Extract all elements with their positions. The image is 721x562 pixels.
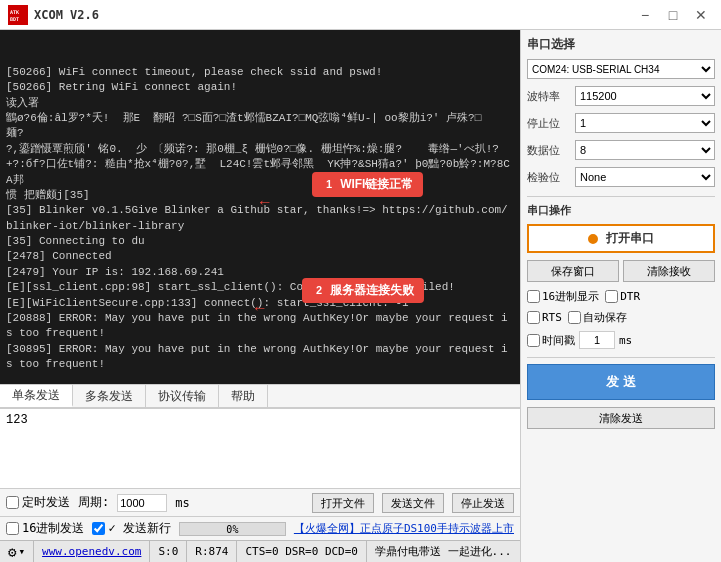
clear-send-button[interactable]: 清除发送: [527, 407, 715, 429]
hex-display-label: 16进制显示: [527, 289, 599, 304]
cts-segment: CTS=0 DSR=0 DCD=0: [237, 541, 367, 562]
dtr-label: DTR: [605, 290, 640, 303]
minimize-button[interactable]: −: [633, 5, 657, 25]
baud-select[interactable]: 9600192003840057600115200230400: [575, 86, 715, 106]
title-bar: ATK BDT XCOM V2.6 − □ ✕: [0, 0, 721, 30]
save-window-button[interactable]: 保存窗口: [527, 260, 619, 282]
period-label: 周期:: [78, 494, 109, 511]
console-area[interactable]: [50266] WiFi connect timeout, please che…: [0, 30, 520, 384]
timestamp-checkbox[interactable]: [527, 334, 540, 347]
timestamp-row: 时间戳 ms: [527, 331, 715, 349]
maximize-button[interactable]: □: [661, 5, 685, 25]
data-row: 数据位 5678: [527, 140, 715, 160]
s0-text: S:0: [158, 545, 178, 558]
bottom-controls-1: 定时发送 周期: ms 打开文件 发送文件 停止发送: [0, 488, 520, 516]
rts-label: RTS: [527, 311, 562, 324]
data-select[interactable]: 5678: [575, 140, 715, 160]
autosave-checkbox[interactable]: [568, 311, 581, 324]
app-logo: ATK BDT: [8, 5, 28, 25]
baud-row: 波特率 9600192003840057600115200230400: [527, 86, 715, 106]
send-input[interactable]: [0, 409, 520, 488]
ms-label: ms: [175, 496, 189, 510]
time-value-input[interactable]: [579, 331, 615, 349]
gear-segment: ⚙ ▾: [0, 541, 34, 562]
website-link[interactable]: www.openedv.com: [42, 545, 141, 558]
website-segment: www.openedv.com: [34, 541, 150, 562]
window-controls: − □ ✕: [633, 5, 713, 25]
tab-multi[interactable]: 多条发送: [73, 385, 146, 407]
divider-2: [527, 357, 715, 358]
rts-autosave-row: RTS 自动保存: [527, 310, 715, 325]
close-button[interactable]: ✕: [689, 5, 713, 25]
save-clear-row: 保存窗口 清除接收: [527, 260, 715, 282]
stop-select[interactable]: 11.52: [575, 113, 715, 133]
dtr-checkbox[interactable]: [605, 290, 618, 303]
divider-1: [527, 196, 715, 197]
port-select[interactable]: COM24: USB-SERIAL CH34: [527, 59, 715, 79]
r874-segment: R:874: [187, 541, 237, 562]
hex-dtr-row: 16进制显示 DTR: [527, 289, 715, 304]
send-file-button[interactable]: 发送文件: [382, 493, 444, 513]
svg-rect-0: [8, 5, 28, 25]
timed-send-checkbox[interactable]: [6, 496, 19, 509]
time-text: 学鼎付电带送 一起进化...: [375, 544, 512, 559]
input-area: [0, 408, 520, 488]
r874-text: R:874: [195, 545, 228, 558]
tab-help[interactable]: 帮助: [219, 385, 268, 407]
cts-text: CTS=0 DSR=0 DCD=0: [245, 545, 358, 558]
radio-dot-icon: [588, 234, 598, 244]
hex-send-checkbox[interactable]: [6, 522, 19, 535]
bottom-controls-2: 16进制发送 ✓ 发送新行 0% 【火爆全网】正点原子DS100手持示波器上市: [0, 516, 520, 540]
left-panel: [50266] WiFi connect timeout, please che…: [0, 30, 521, 562]
parity-row: 检验位 NoneOddEven: [527, 167, 715, 187]
send-button[interactable]: 发 送: [527, 364, 715, 400]
tabs-bar: 单条发送多条发送协议传输帮助: [0, 384, 520, 408]
hex-display-checkbox[interactable]: [527, 290, 540, 303]
stop-send-button[interactable]: 停止发送: [452, 493, 514, 513]
parity-select[interactable]: NoneOddEven: [575, 167, 715, 187]
s0-segment: S:0: [150, 541, 187, 562]
main-container: [50266] WiFi connect timeout, please che…: [0, 30, 721, 562]
time-segment: 学鼎付电带送 一起进化...: [367, 541, 520, 562]
rts-checkbox[interactable]: [527, 311, 540, 324]
svg-text:BDT: BDT: [10, 16, 19, 22]
period-input[interactable]: [117, 494, 167, 512]
open-port-button[interactable]: 打开串口: [527, 224, 715, 253]
autosave-label: 自动保存: [568, 310, 627, 325]
progress-text: 0%: [226, 523, 238, 537]
app-title: XCOM V2.6: [34, 8, 633, 22]
stop-row: 停止位 11.52: [527, 113, 715, 133]
annotation-bubble-ann1: 1WIFI链接正常: [312, 172, 423, 197]
promo-link[interactable]: 【火爆全网】正点原子DS100手持示波器上市: [294, 521, 514, 536]
hex-send-label: 16进制发送: [6, 520, 84, 537]
newline-checkbox[interactable]: [92, 522, 105, 535]
svg-text:ATK: ATK: [10, 9, 19, 15]
gear-icon[interactable]: ⚙: [8, 544, 16, 560]
tab-single[interactable]: 单条发送: [0, 385, 73, 407]
right-panel: 串口选择 COM24: USB-SERIAL CH34 波特率 96001920…: [521, 30, 721, 562]
baud-label: 波特率: [527, 89, 571, 104]
clear-recv-button[interactable]: 清除接收: [623, 260, 715, 282]
status-bar: ⚙ ▾ www.openedv.com S:0 R:874 CTS=0 DSR=…: [0, 540, 520, 562]
stop-label: 停止位: [527, 116, 571, 131]
timed-send-label: 定时发送: [6, 494, 70, 511]
serial-title: 串口选择: [527, 36, 715, 53]
open-file-button[interactable]: 打开文件: [312, 493, 374, 513]
port-row: COM24: USB-SERIAL CH34: [527, 59, 715, 79]
data-label: 数据位: [527, 143, 571, 158]
time-ms-label: ms: [619, 334, 632, 347]
parity-label: 检验位: [527, 170, 571, 185]
tab-protocol[interactable]: 协议传输: [146, 385, 219, 407]
timestamp-label: 时间戳: [527, 333, 575, 348]
progress-bar: 0%: [179, 522, 286, 536]
serial-ops-title: 串口操作: [527, 203, 715, 218]
annotation-bubble-ann2: 2服务器连接失败: [302, 278, 424, 303]
newline-label: ✓ 发送新行: [92, 520, 170, 537]
